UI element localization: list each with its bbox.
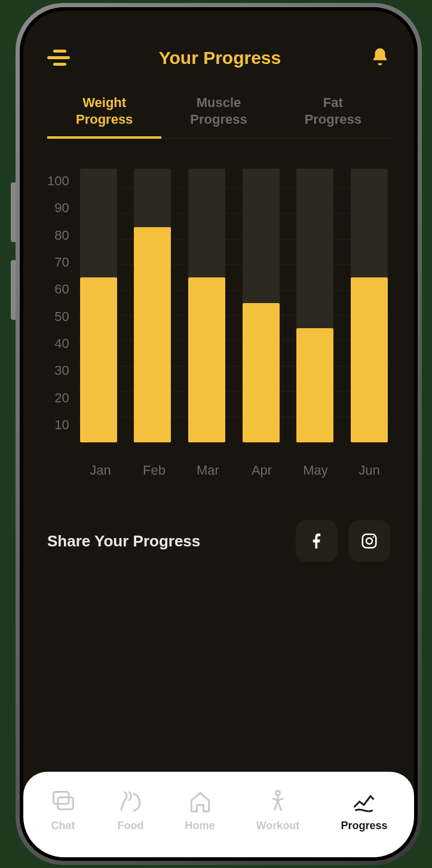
ytick: 30: [47, 364, 69, 377]
nav-label: Home: [185, 820, 215, 832]
header: Your Progress: [23, 11, 414, 81]
bar-jun[interactable]: [351, 169, 388, 442]
share-buttons: [296, 520, 390, 562]
facebook-icon: [308, 532, 326, 550]
home-icon: [187, 788, 213, 815]
ytick: 100: [47, 175, 69, 188]
share-label: Share Your Progress: [47, 532, 200, 551]
bar-jan[interactable]: [80, 169, 117, 442]
progress-icon: [351, 788, 377, 815]
instagram-button[interactable]: [348, 520, 390, 562]
xtick: Apr: [243, 463, 280, 478]
ytick: 70: [47, 256, 69, 269]
ytick: 50: [47, 310, 69, 323]
nav-home[interactable]: Home: [185, 788, 215, 832]
svg-point-1: [366, 538, 372, 544]
workout-icon: [265, 788, 291, 815]
nav-workout[interactable]: Workout: [256, 788, 300, 832]
nav-label: Food: [118, 820, 144, 832]
share-section: Share Your Progress: [23, 490, 414, 562]
bar-mar[interactable]: [188, 169, 225, 442]
xtick: May: [297, 463, 334, 478]
bottom-nav: ChatFoodHomeWorkoutProgress: [23, 772, 414, 857]
svg-point-2: [373, 536, 375, 538]
tab-muscle-progress[interactable]: MuscleProgress: [161, 87, 275, 138]
ytick: 10: [47, 418, 69, 432]
ytick: 40: [47, 337, 69, 350]
svg-point-5: [275, 791, 280, 795]
xtick: Feb: [136, 463, 173, 478]
svg-rect-0: [363, 534, 376, 548]
bar-feb[interactable]: [134, 169, 171, 442]
ytick: 90: [47, 201, 69, 215]
food-icon: [118, 788, 144, 815]
app-screen: Your Progress WeightProgressMuscleProgre…: [23, 11, 414, 857]
bar-may[interactable]: [296, 169, 333, 442]
facebook-button[interactable]: [296, 520, 338, 562]
tab-weight-progress[interactable]: WeightProgress: [47, 87, 161, 138]
chat-icon: [50, 788, 76, 815]
instagram-icon: [360, 532, 378, 550]
nav-label: Workout: [256, 820, 300, 832]
xtick: Jun: [351, 463, 388, 478]
bar-apr[interactable]: [243, 169, 280, 442]
chart-plot: [78, 169, 390, 442]
chart-x-axis: JanFebMarAprMayJun: [47, 456, 390, 478]
page-title: Your Progress: [159, 48, 281, 68]
menu-icon[interactable]: [47, 50, 70, 66]
nav-label: Chat: [51, 820, 75, 832]
xtick: Mar: [189, 463, 226, 478]
ytick: 80: [47, 229, 69, 242]
chart-y-axis: 100908070605040302010: [47, 175, 78, 432]
ytick: 20: [47, 392, 69, 405]
chart: 100908070605040302010 JanFebMarAprMayJun: [23, 139, 414, 490]
xtick: Jan: [82, 463, 119, 478]
nav-progress[interactable]: Progress: [341, 788, 387, 832]
ytick: 60: [47, 283, 69, 296]
bell-icon[interactable]: [370, 47, 390, 69]
phone-frame: Your Progress WeightProgressMuscleProgre…: [16, 3, 422, 865]
tabs: WeightProgressMuscleProgressFatProgress: [47, 87, 390, 139]
tab-fat-progress[interactable]: FatProgress: [276, 87, 390, 138]
nav-label: Progress: [341, 820, 387, 832]
nav-food[interactable]: Food: [118, 788, 144, 832]
nav-chat[interactable]: Chat: [50, 788, 76, 832]
